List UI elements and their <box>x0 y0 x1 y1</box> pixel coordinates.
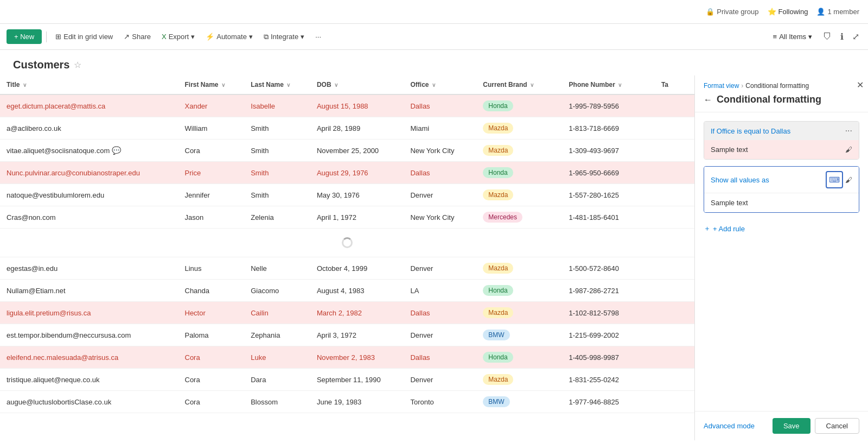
format-icon[interactable]: 🖌 <box>845 145 852 154</box>
edit-grid-label: Edit in grid view <box>63 33 113 41</box>
cell-brand: Mazda <box>476 117 562 140</box>
brand-badge: Mazda <box>483 374 513 385</box>
share-icon: ↗ <box>124 33 130 41</box>
automate-chevron: ▾ <box>249 33 253 41</box>
sort-icon-brand: ∨ <box>530 82 534 88</box>
rule-menu-button[interactable]: ··· <box>845 126 852 136</box>
show-values-btn-area: ⌨ 🖌 <box>826 171 852 188</box>
integrate-button[interactable]: ⧉ Integrate ▾ <box>259 30 309 43</box>
cell-phone: 1-481-185-6401 <box>563 206 655 229</box>
cell-ta <box>655 94 694 117</box>
table-row[interactable]: Cras@non.com Jason Zelenia April 1, 1972… <box>0 206 694 229</box>
excel-icon: X <box>162 33 167 41</box>
cell-firstname: Chanda <box>178 280 245 302</box>
cell-brand: Honda <box>476 280 562 302</box>
table-row[interactable]: tristique.aliquet@neque.co.uk Cora Dara … <box>0 369 694 391</box>
table-row[interactable]: vitae.aliquet@sociisnatoque.com💬 Cora Sm… <box>0 140 694 162</box>
side-panel-body: If Office is equal to Dallas ··· Sample … <box>695 112 868 411</box>
cell-office: Denver <box>404 369 476 391</box>
col-header-title[interactable]: Title ∨ <box>0 75 178 94</box>
breadcrumb: Format view › Conditional formatting <box>704 82 859 90</box>
show-values-sample-text: Sample text <box>711 199 748 207</box>
share-button[interactable]: ↗ Share <box>119 30 155 43</box>
cell-firstname: Jennifer <box>178 184 245 206</box>
add-rule-button[interactable]: ＋ + Add rule <box>704 219 745 238</box>
table-row[interactable]: natoque@vestibulumlorem.edu Jennifer Smi… <box>0 184 694 206</box>
table-row[interactable]: a@aclibero.co.uk William Smith April 28,… <box>0 117 694 140</box>
filter-button[interactable]: ⛉ <box>821 30 834 44</box>
table-row[interactable]: est.tempor.bibendum@neccursusa.com Palom… <box>0 324 694 346</box>
show-values-header: Show all values as ⌨ 🖌 <box>704 167 859 193</box>
favorite-icon[interactable]: ☆ <box>74 60 81 70</box>
all-items-button[interactable]: ≡ All Items ▾ <box>769 30 816 43</box>
cell-ta <box>655 280 694 302</box>
cell-firstname: Xander <box>178 94 245 117</box>
brand-badge: BMW <box>483 396 509 407</box>
more-options-button[interactable]: ··· <box>311 30 326 43</box>
cell-brand: Mazda <box>476 369 562 391</box>
integrate-chevron: ▾ <box>301 33 304 41</box>
table-row[interactable]: eleifend.nec.malesuada@atrisus.ca Cora L… <box>0 346 694 369</box>
lock-icon: 🔒 <box>706 8 714 16</box>
cancel-button[interactable]: Cancel <box>815 418 859 434</box>
cell-office: Dallas <box>404 94 476 117</box>
cell-title: Nullam@Etiam.net <box>0 280 178 302</box>
automate-button[interactable]: ⚡ Automate ▾ <box>201 30 257 43</box>
sort-icon-firstname: ∨ <box>221 82 225 88</box>
save-button[interactable]: Save <box>773 418 810 434</box>
table-row[interactable]: egestas@in.edu Linus Nelle October 4, 19… <box>0 257 694 280</box>
info-button[interactable]: ℹ <box>838 29 846 44</box>
cell-office: Denver <box>404 257 476 280</box>
cell-ta <box>655 117 694 140</box>
cell-firstname: William <box>178 117 245 140</box>
cell-title: ligula.elit.pretium@risus.ca <box>0 302 178 324</box>
col-header-office[interactable]: Office ∨ <box>404 75 476 94</box>
cell-title: est.tempor.bibendum@neccursusa.com <box>0 324 178 346</box>
export-chevron: ▾ <box>191 33 195 41</box>
top-bar-right: 🔒 Private group ⭐ Following 👤 1 member <box>706 8 859 16</box>
cell-office: New York City <box>404 206 476 229</box>
sort-icon-office: ∨ <box>432 82 436 88</box>
table-row[interactable]: Nunc.pulvinar.arcu@conubianostraper.edu … <box>0 162 694 184</box>
col-header-ta[interactable]: Ta <box>655 75 694 94</box>
table-row[interactable]: augue@luctuslobortisClase.co.uk Cora Blo… <box>0 391 694 413</box>
cell-dob: August 29, 1976 <box>310 162 404 184</box>
col-header-lastname[interactable]: Last Name ∨ <box>244 75 310 94</box>
col-header-brand[interactable]: Current Brand ∨ <box>476 75 562 94</box>
cell-firstname: Linus <box>178 257 245 280</box>
new-button[interactable]: + New <box>7 29 42 44</box>
table-row[interactable]: eget.dictum.placerat@mattis.ca Xander Is… <box>0 94 694 117</box>
col-header-phone[interactable]: Phone Number ∨ <box>563 75 655 94</box>
export-button[interactable]: X Export ▾ <box>157 30 199 43</box>
cell-lastname: Cailin <box>244 302 310 324</box>
cell-dob: October 4, 1999 <box>310 257 404 280</box>
cell-dob: May 30, 1976 <box>310 184 404 206</box>
col-header-firstname[interactable]: First Name ∨ <box>178 75 245 94</box>
cell-lastname: Dara <box>244 369 310 391</box>
cell-brand: Mercedes <box>476 206 562 229</box>
cell-phone: 1-987-286-2721 <box>563 280 655 302</box>
table-header-row: Title ∨ First Name ∨ Last Name ∨ DOB ∨ <box>0 75 694 94</box>
table-body: eget.dictum.placerat@mattis.ca Xander Is… <box>0 94 694 413</box>
cell-phone: 1-813-718-6669 <box>563 117 655 140</box>
brand-badge: Mazda <box>483 189 513 200</box>
following-label: Following <box>778 8 808 16</box>
table-row[interactable]: Nullam@Etiam.net Chanda Giacomo August 4… <box>0 280 694 302</box>
sort-icon-title: ∨ <box>23 82 27 88</box>
cell-brand: Mazda <box>476 302 562 324</box>
breadcrumb-format-view[interactable]: Format view <box>704 82 739 90</box>
cell-brand: Mazda <box>476 140 562 162</box>
edit-grid-view-button[interactable]: ⊞ Edit in grid view <box>51 30 117 43</box>
following-button[interactable]: ⭐ Following <box>768 8 808 16</box>
back-button[interactable]: ← <box>704 95 712 105</box>
col-header-dob[interactable]: DOB ∨ <box>310 75 404 94</box>
rule-condition-text: If Office is equal to Dallas <box>711 127 790 135</box>
top-bar: 🔒 Private group ⭐ Following 👤 1 member <box>0 0 868 24</box>
cell-lastname: Zephania <box>244 324 310 346</box>
cell-lastname: Isabelle <box>244 94 310 117</box>
table-row[interactable]: ligula.elit.pretium@risus.ca Hector Cail… <box>0 302 694 324</box>
format-brush-icon[interactable]: 🖌 <box>845 176 852 184</box>
active-format-button[interactable]: ⌨ <box>826 171 843 188</box>
advanced-mode-button[interactable]: Advanced mode <box>704 422 755 430</box>
expand-button[interactable]: ⤢ <box>850 29 861 44</box>
